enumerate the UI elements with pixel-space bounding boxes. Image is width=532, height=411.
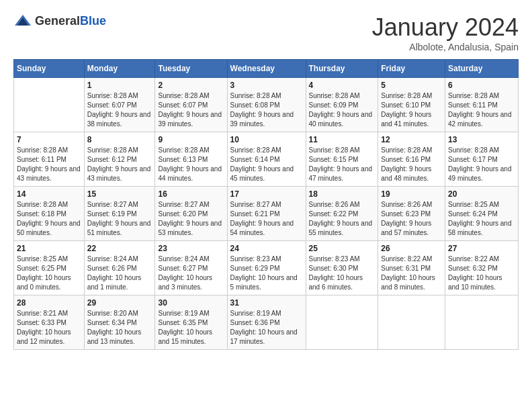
calendar-cell: 11Sunrise: 8:28 AMSunset: 6:15 PMDayligh… bbox=[306, 132, 378, 187]
day-number: 11 bbox=[309, 135, 375, 144]
day-info: Sunrise: 8:28 AMSunset: 6:07 PMDaylight:… bbox=[87, 91, 152, 129]
day-info: Sunrise: 8:28 AMSunset: 6:09 PMDaylight:… bbox=[309, 91, 375, 129]
day-number: 9 bbox=[158, 135, 224, 144]
calendar-week-1: 1Sunrise: 8:28 AMSunset: 6:07 PMDaylight… bbox=[14, 78, 519, 132]
day-number: 4 bbox=[309, 81, 375, 90]
day-number: 29 bbox=[87, 298, 152, 308]
day-info: Sunrise: 8:24 AMSunset: 6:27 PMDaylight:… bbox=[158, 255, 224, 292]
header-friday: Friday bbox=[378, 60, 445, 78]
day-info: Sunrise: 8:28 AMSunset: 6:16 PMDaylight:… bbox=[381, 146, 442, 183]
day-info: Sunrise: 8:28 AMSunset: 6:18 PMDaylight:… bbox=[17, 200, 81, 238]
calendar-cell: 18Sunrise: 8:26 AMSunset: 6:22 PMDayligh… bbox=[306, 187, 378, 241]
day-info: Sunrise: 8:28 AMSunset: 6:12 PMDaylight:… bbox=[87, 146, 152, 183]
calendar-cell: 22Sunrise: 8:24 AMSunset: 6:26 PMDayligh… bbox=[84, 241, 155, 295]
days-header-row: Sunday Monday Tuesday Wednesday Thursday… bbox=[14, 60, 519, 78]
calendar-cell: 2Sunrise: 8:28 AMSunset: 6:07 PMDaylight… bbox=[155, 78, 227, 132]
calendar-cell: 5Sunrise: 8:28 AMSunset: 6:10 PMDaylight… bbox=[378, 78, 445, 132]
day-info: Sunrise: 8:28 AMSunset: 6:14 PMDaylight:… bbox=[230, 146, 303, 183]
calendar-cell: 30Sunrise: 8:19 AMSunset: 6:35 PMDayligh… bbox=[155, 295, 227, 350]
calendar-cell: 24Sunrise: 8:23 AMSunset: 6:29 PMDayligh… bbox=[227, 241, 306, 295]
day-number: 1 bbox=[87, 81, 152, 90]
day-number: 21 bbox=[17, 244, 81, 253]
calendar-week-4: 21Sunrise: 8:25 AMSunset: 6:25 PMDayligh… bbox=[14, 241, 519, 295]
day-number: 20 bbox=[448, 189, 515, 199]
day-number: 5 bbox=[381, 81, 442, 90]
day-number: 25 bbox=[309, 244, 375, 253]
day-number: 2 bbox=[158, 81, 224, 90]
calendar-cell: 4Sunrise: 8:28 AMSunset: 6:09 PMDaylight… bbox=[306, 78, 378, 132]
calendar-cell: 7Sunrise: 8:28 AMSunset: 6:11 PMDaylight… bbox=[14, 132, 85, 187]
header-thursday: Thursday bbox=[306, 60, 378, 78]
calendar-cell: 1Sunrise: 8:28 AMSunset: 6:07 PMDaylight… bbox=[84, 78, 155, 132]
logo-text: GeneralBlue bbox=[35, 14, 106, 28]
day-info: Sunrise: 8:19 AMSunset: 6:36 PMDaylight:… bbox=[230, 309, 303, 347]
calendar-cell: 15Sunrise: 8:27 AMSunset: 6:19 PMDayligh… bbox=[84, 187, 155, 241]
day-number: 8 bbox=[87, 135, 152, 144]
day-info: Sunrise: 8:28 AMSunset: 6:11 PMDaylight:… bbox=[448, 91, 515, 129]
calendar-week-2: 7Sunrise: 8:28 AMSunset: 6:11 PMDaylight… bbox=[14, 132, 519, 187]
day-info: Sunrise: 8:26 AMSunset: 6:22 PMDaylight:… bbox=[309, 200, 375, 238]
calendar-cell: 23Sunrise: 8:24 AMSunset: 6:27 PMDayligh… bbox=[155, 241, 227, 295]
day-info: Sunrise: 8:22 AMSunset: 6:31 PMDaylight:… bbox=[381, 255, 442, 292]
day-info: Sunrise: 8:23 AMSunset: 6:29 PMDaylight:… bbox=[230, 255, 303, 292]
day-number: 16 bbox=[158, 189, 224, 199]
title-block: January 2024 Albolote, Andalusia, Spain bbox=[372, 13, 519, 52]
calendar-cell: 6Sunrise: 8:28 AMSunset: 6:11 PMDaylight… bbox=[445, 78, 518, 132]
header-monday: Monday bbox=[84, 60, 155, 78]
day-info: Sunrise: 8:22 AMSunset: 6:32 PMDaylight:… bbox=[448, 255, 515, 292]
day-info: Sunrise: 8:19 AMSunset: 6:35 PMDaylight:… bbox=[158, 309, 224, 347]
day-number: 26 bbox=[381, 244, 442, 253]
calendar-cell bbox=[306, 295, 378, 350]
day-number: 24 bbox=[230, 244, 303, 253]
calendar-week-3: 14Sunrise: 8:28 AMSunset: 6:18 PMDayligh… bbox=[14, 187, 519, 241]
day-number: 10 bbox=[230, 135, 303, 144]
day-info: Sunrise: 8:27 AMSunset: 6:21 PMDaylight:… bbox=[230, 200, 303, 238]
day-info: Sunrise: 8:28 AMSunset: 6:15 PMDaylight:… bbox=[309, 146, 375, 183]
day-info: Sunrise: 8:23 AMSunset: 6:30 PMDaylight:… bbox=[309, 255, 375, 292]
day-number: 12 bbox=[381, 135, 442, 144]
calendar-cell: 20Sunrise: 8:25 AMSunset: 6:24 PMDayligh… bbox=[445, 187, 518, 241]
day-number: 7 bbox=[17, 135, 81, 144]
day-info: Sunrise: 8:28 AMSunset: 6:07 PMDaylight:… bbox=[158, 91, 224, 129]
header-saturday: Saturday bbox=[445, 60, 518, 78]
day-number: 3 bbox=[230, 81, 303, 90]
day-number: 6 bbox=[448, 81, 515, 90]
calendar-cell: 28Sunrise: 8:21 AMSunset: 6:33 PMDayligh… bbox=[14, 295, 85, 350]
logo-general: General bbox=[35, 14, 80, 28]
calendar-cell: 29Sunrise: 8:20 AMSunset: 6:34 PMDayligh… bbox=[84, 295, 155, 350]
header-sunday: Sunday bbox=[14, 60, 85, 78]
calendar-cell: 26Sunrise: 8:22 AMSunset: 6:31 PMDayligh… bbox=[378, 241, 445, 295]
day-number: 19 bbox=[381, 189, 442, 199]
day-number: 18 bbox=[309, 189, 375, 199]
logo-blue: Blue bbox=[80, 14, 106, 28]
calendar-cell: 14Sunrise: 8:28 AMSunset: 6:18 PMDayligh… bbox=[14, 187, 85, 241]
day-info: Sunrise: 8:27 AMSunset: 6:19 PMDaylight:… bbox=[87, 200, 152, 238]
day-number: 22 bbox=[87, 244, 152, 253]
header-wednesday: Wednesday bbox=[227, 60, 306, 78]
calendar-cell: 19Sunrise: 8:26 AMSunset: 6:23 PMDayligh… bbox=[378, 187, 445, 241]
day-info: Sunrise: 8:24 AMSunset: 6:26 PMDaylight:… bbox=[87, 255, 152, 292]
logo: GeneralBlue bbox=[13, 13, 106, 28]
header-tuesday: Tuesday bbox=[155, 60, 227, 78]
calendar-cell: 10Sunrise: 8:28 AMSunset: 6:14 PMDayligh… bbox=[227, 132, 306, 187]
logo-icon bbox=[13, 13, 32, 28]
day-number: 27 bbox=[448, 244, 515, 253]
day-info: Sunrise: 8:28 AMSunset: 6:13 PMDaylight:… bbox=[158, 146, 224, 183]
day-info: Sunrise: 8:27 AMSunset: 6:20 PMDaylight:… bbox=[158, 200, 224, 238]
calendar-cell: 21Sunrise: 8:25 AMSunset: 6:25 PMDayligh… bbox=[14, 241, 85, 295]
calendar-cell: 31Sunrise: 8:19 AMSunset: 6:36 PMDayligh… bbox=[227, 295, 306, 350]
day-info: Sunrise: 8:28 AMSunset: 6:17 PMDaylight:… bbox=[448, 146, 515, 183]
day-info: Sunrise: 8:25 AMSunset: 6:24 PMDaylight:… bbox=[448, 200, 515, 238]
calendar-cell: 3Sunrise: 8:28 AMSunset: 6:08 PMDaylight… bbox=[227, 78, 306, 132]
month-title: January 2024 bbox=[372, 13, 519, 42]
location-subtitle: Albolote, Andalusia, Spain bbox=[372, 42, 519, 52]
calendar-cell bbox=[445, 295, 518, 350]
day-info: Sunrise: 8:28 AMSunset: 6:08 PMDaylight:… bbox=[230, 91, 303, 129]
day-number: 23 bbox=[158, 244, 224, 253]
calendar-table: Sunday Monday Tuesday Wednesday Thursday… bbox=[13, 59, 519, 350]
calendar-cell: 25Sunrise: 8:23 AMSunset: 6:30 PMDayligh… bbox=[306, 241, 378, 295]
calendar-cell bbox=[14, 78, 85, 132]
day-info: Sunrise: 8:25 AMSunset: 6:25 PMDaylight:… bbox=[17, 255, 81, 292]
day-number: 15 bbox=[87, 189, 152, 199]
calendar-cell: 17Sunrise: 8:27 AMSunset: 6:21 PMDayligh… bbox=[227, 187, 306, 241]
